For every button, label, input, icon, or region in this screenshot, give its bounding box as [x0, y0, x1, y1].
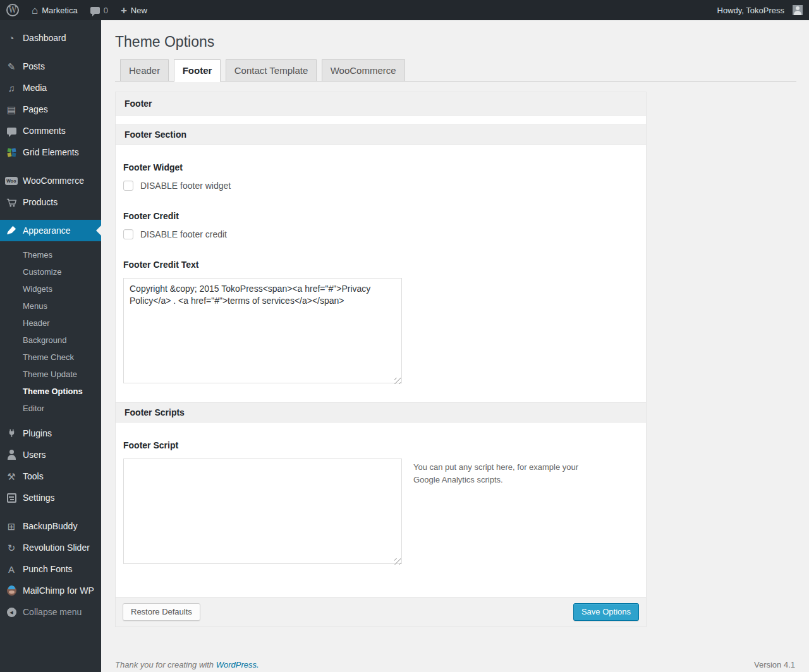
main-content: Theme Options Header Footer Contact Temp…: [101, 0, 809, 669]
media-icon: ♫: [5, 83, 18, 93]
admin-menu: ◔ Dashboard ✎ Posts ♫ Media ▤ Pages Comm…: [0, 20, 101, 672]
plugins-plug-icon: [5, 429, 18, 438]
sidebar-item-label: Appearance: [23, 225, 71, 236]
sidebar-item-label: Dashboard: [23, 33, 66, 43]
wordpress-link[interactable]: WordPress.: [216, 660, 259, 669]
sidebar-item-revolution-slider[interactable]: ↻ Revolution Slider: [0, 537, 101, 558]
my-account-menu[interactable]: Howdy, TokoPress: [711, 0, 809, 20]
sidebar-item-mailchimp[interactable]: MailChimp for WP: [0, 580, 101, 601]
new-label: New: [131, 6, 147, 15]
collapse-menu-label: Collapse menu: [23, 607, 82, 617]
sidebar-item-settings[interactable]: Settings: [0, 487, 101, 508]
sidebar-item-tools[interactable]: ⚒ Tools: [0, 465, 101, 487]
howdy-text: Howdy, TokoPress: [717, 6, 784, 15]
submenu-item-widgets[interactable]: Widgets: [0, 280, 101, 297]
appearance-brush-icon: [5, 225, 18, 236]
sidebar-item-punch-fonts[interactable]: A Punch Fonts: [0, 558, 101, 580]
new-content-menu[interactable]: + New: [114, 0, 154, 20]
admin-bar: W ⌂ Marketica 0 + New Howdy, TokoPress: [0, 0, 809, 20]
sidebar-item-products[interactable]: Products: [0, 191, 101, 213]
submenu-item-theme-update[interactable]: Theme Update: [0, 366, 101, 383]
panel-title: Footer: [116, 92, 646, 116]
footer-widget-checkbox-label: DISABLE footer widget: [140, 181, 231, 191]
mailchimp-icon: [5, 586, 18, 596]
comments-count: 0: [104, 6, 108, 15]
grid-elements-icon: [5, 148, 18, 157]
version-text: Version 4.1: [754, 660, 795, 669]
footer-options-panel: Footer Footer Section Footer Widget DISA…: [115, 92, 647, 627]
sidebar-item-posts[interactable]: ✎ Posts: [0, 56, 101, 77]
woocommerce-icon: Woo: [5, 177, 18, 185]
tab-contact-template[interactable]: Contact Template: [226, 59, 317, 81]
wordpress-logo-icon: W: [6, 4, 19, 16]
collapse-menu-button[interactable]: ◀ Collapse menu: [0, 601, 101, 623]
footer-widget-checkbox-row[interactable]: DISABLE footer widget: [123, 181, 638, 191]
save-options-button[interactable]: Save Options: [573, 603, 639, 621]
sidebar-item-label: Comments: [23, 126, 66, 136]
sidebar-item-appearance[interactable]: Appearance: [0, 220, 101, 241]
tools-wrench-icon: ⚒: [5, 472, 18, 481]
page-title: Theme Options: [115, 33, 796, 51]
submenu-item-themes[interactable]: Themes: [0, 246, 101, 263]
plus-icon: +: [121, 5, 127, 16]
footer-widget-label: Footer Widget: [123, 162, 638, 172]
comments-bubble-icon: [90, 7, 100, 14]
sidebar-item-grid-elements[interactable]: Grid Elements: [0, 141, 101, 163]
footer-widget-checkbox[interactable]: [123, 181, 133, 191]
sidebar-item-label: Revolution Slider: [23, 543, 90, 553]
sidebar-item-users[interactable]: Users: [0, 444, 101, 465]
submenu-item-theme-options[interactable]: Theme Options: [0, 383, 101, 400]
appearance-submenu: Themes Customize Widgets Menus Header Ba…: [0, 241, 101, 423]
submenu-item-theme-check[interactable]: Theme Check: [0, 349, 101, 366]
sidebar-item-woocommerce[interactable]: Woo WooCommerce: [0, 170, 101, 191]
sidebar-item-backupbuddy[interactable]: ⊞ BackupBuddy: [0, 515, 101, 537]
revolution-slider-icon: ↻: [5, 543, 18, 553]
site-name-link[interactable]: ⌂ Marketica: [25, 0, 84, 20]
footer-script-textarea[interactable]: [123, 459, 402, 564]
tab-woocommerce[interactable]: WooCommerce: [322, 59, 405, 81]
sidebar-item-label: Tools: [23, 471, 44, 481]
footer-script-label: Footer Script: [123, 440, 638, 450]
sidebar-item-media[interactable]: ♫ Media: [0, 77, 101, 99]
footer-credit-checkbox-row[interactable]: DISABLE footer credit: [123, 229, 638, 239]
sidebar-item-label: Media: [23, 83, 47, 93]
posts-icon: ✎: [5, 62, 18, 71]
sidebar-item-label: Punch Fonts: [23, 564, 73, 574]
sidebar-item-comments[interactable]: Comments: [0, 120, 101, 141]
sidebar-item-dashboard[interactable]: ◔ Dashboard: [0, 27, 101, 49]
submenu-item-editor[interactable]: Editor: [0, 400, 101, 417]
sidebar-item-plugins[interactable]: Plugins: [0, 423, 101, 444]
footer-thanks-prefix: Thank you for creating with: [115, 660, 214, 669]
footer-credit-text-textarea[interactable]: Copyright &copy; 2015 TokoPress<span><a …: [123, 278, 402, 383]
site-name: Marketica: [42, 6, 77, 15]
comments-shortcut[interactable]: 0: [84, 0, 114, 20]
sidebar-item-label: WooCommerce: [23, 176, 84, 186]
footer-credit-text-label: Footer Credit Text: [123, 260, 638, 270]
footer-credit-checkbox[interactable]: [123, 229, 133, 239]
footer-scripts-header: Footer Scripts: [116, 402, 646, 423]
submenu-item-customize[interactable]: Customize: [0, 263, 101, 280]
submenu-item-menus[interactable]: Menus: [0, 297, 101, 315]
dashboard-icon: ◔: [5, 33, 18, 43]
footer-scripts-body: Footer Script You can put any script her…: [116, 423, 646, 597]
sidebar-item-pages[interactable]: ▤ Pages: [0, 99, 101, 120]
footer-script-help-text: You can put any script here, for example…: [413, 459, 606, 486]
pages-icon: ▤: [5, 105, 18, 114]
collapse-arrow-icon: ◀: [5, 608, 18, 617]
tab-header[interactable]: Header: [120, 59, 169, 81]
tab-footer[interactable]: Footer: [174, 59, 221, 82]
sidebar-item-label: Grid Elements: [23, 147, 79, 157]
wp-logo-menu[interactable]: W: [0, 0, 25, 20]
submenu-item-background[interactable]: Background: [0, 332, 101, 349]
sidebar-item-label: Plugins: [23, 428, 52, 438]
restore-defaults-button[interactable]: Restore Defaults: [123, 603, 200, 621]
submenu-item-header[interactable]: Header: [0, 315, 101, 332]
products-cart-icon: [5, 197, 18, 208]
backupbuddy-icon: ⊞: [5, 522, 18, 531]
footer-credit-checkbox-label: DISABLE footer credit: [140, 229, 227, 239]
admin-footer: Thank you for creating with WordPress. V…: [115, 660, 795, 669]
sidebar-item-label: Posts: [23, 61, 45, 71]
sidebar-item-label: Products: [23, 197, 58, 207]
sidebar-item-label: BackupBuddy: [23, 521, 77, 531]
footer-thanks-text: Thank you for creating with WordPress.: [115, 660, 259, 669]
